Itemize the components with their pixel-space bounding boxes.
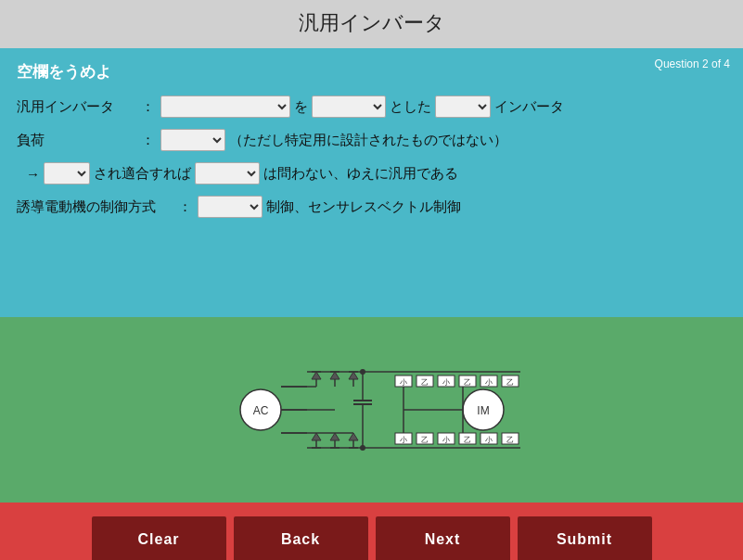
fill-label: 空欄をうめよ — [17, 61, 726, 83]
svg-marker-13 — [349, 372, 358, 379]
row1-colon: ： — [141, 98, 155, 116]
svg-marker-7 — [312, 372, 321, 379]
row4-text1: 制御、センサレスベクトル制御 — [266, 198, 461, 216]
svg-text:乙: 乙 — [464, 436, 471, 444]
row2-text1: （ただし特定用に設計されたものではない） — [229, 132, 507, 149]
svg-text:乙: 乙 — [506, 378, 514, 387]
svg-text:乙: 乙 — [421, 436, 429, 444]
row4-colon: ： — [178, 198, 192, 216]
row3-text2: は問わない、ゆえに汎用である — [263, 165, 458, 183]
svg-text:乙: 乙 — [506, 436, 514, 444]
row3: → 接続 対応 適用 され適合すれば 負荷 用途 機種 は問わない、ゆえに汎用で… — [17, 162, 726, 185]
svg-text:小: 小 — [442, 378, 450, 387]
row3-arrow: → — [26, 166, 40, 182]
svg-text:小: 小 — [485, 436, 493, 444]
svg-point-67 — [360, 445, 365, 451]
svg-text:乙: 乙 — [464, 378, 471, 387]
svg-text:小: 小 — [485, 378, 493, 387]
page-title: 汎用インバータ — [299, 11, 445, 34]
svg-text:AC: AC — [252, 404, 268, 417]
row3-text1: され適合すれば — [94, 165, 191, 183]
diagram-panel: AC IM — [0, 317, 743, 503]
row2-label: 負荷 — [17, 132, 137, 149]
dropdown-7[interactable]: V/f ベクトル 直接 — [198, 196, 263, 218]
row4-label: 誘導電動機の制御方式 — [17, 198, 174, 216]
svg-marker-19 — [330, 433, 339, 440]
svg-text:小: 小 — [400, 378, 407, 387]
dropdown-1[interactable]: 汎用 専用 特定 — [160, 95, 290, 118]
row1: 汎用インバータ ： 汎用 専用 特定 を 負荷 目的 用途 とした 標準 特殊 … — [17, 95, 726, 118]
dropdown-3[interactable]: 標準 特殊 一般 — [435, 95, 491, 118]
title-bar: 汎用インバータ — [0, 0, 743, 48]
row1-text2: とした — [390, 98, 431, 116]
question-number: Question 2 of 4 — [655, 57, 730, 70]
submit-button[interactable]: Submit — [518, 516, 652, 560]
row4: 誘導電動機の制御方式 ： V/f ベクトル 直接 制御、センサレスベクトル制御 — [17, 196, 726, 218]
svg-text:IM: IM — [477, 404, 489, 417]
row2: 負荷 ： 電動機 負荷 機器 （ただし特定用に設計されたものではない） — [17, 129, 726, 151]
row1-text3: インバータ — [494, 98, 564, 116]
row1-label: 汎用インバータ — [17, 98, 137, 116]
svg-point-66 — [360, 369, 365, 375]
svg-marker-16 — [312, 433, 321, 440]
svg-text:小: 小 — [400, 436, 407, 444]
dropdown-5[interactable]: 接続 対応 適用 — [44, 162, 90, 185]
svg-marker-22 — [349, 433, 358, 440]
row2-colon: ： — [141, 132, 155, 149]
dropdown-4[interactable]: 電動機 負荷 機器 — [160, 129, 225, 151]
dropdown-2[interactable]: 負荷 目的 用途 — [312, 95, 386, 118]
next-button[interactable]: Next — [376, 516, 510, 560]
svg-text:小: 小 — [442, 436, 450, 444]
question-panel: 空欄をうめよ Question 2 of 4 汎用インバータ ： 汎用 専用 特… — [0, 48, 743, 317]
circuit-diagram: AC IM — [214, 331, 530, 489]
svg-text:乙: 乙 — [421, 378, 429, 387]
dropdown-6[interactable]: 負荷 用途 機種 — [195, 162, 260, 185]
row1-text1: を — [294, 98, 308, 116]
back-button[interactable]: Back — [234, 516, 368, 560]
svg-marker-10 — [330, 372, 339, 379]
clear-button[interactable]: Clear — [92, 516, 226, 560]
button-bar: Clear Back Next Submit — [0, 503, 743, 560]
